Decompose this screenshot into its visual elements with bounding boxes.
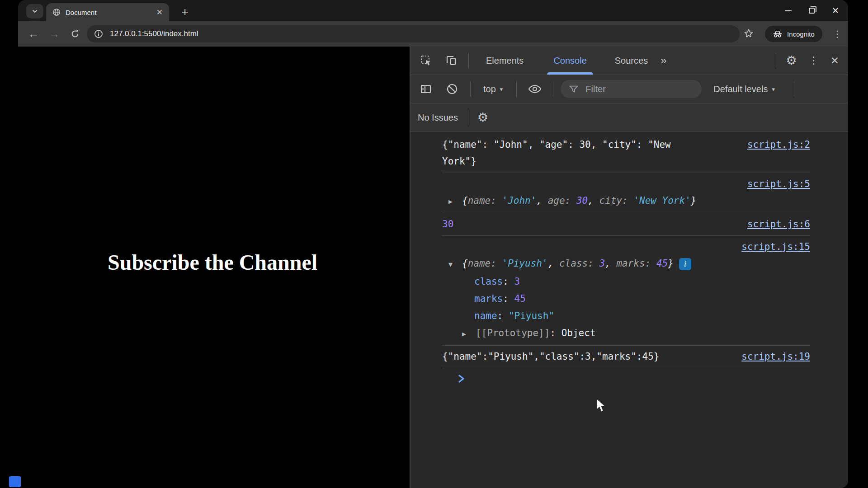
prototype-row: ▶[[Prototype]]: Object [442, 324, 810, 343]
tab-search-button[interactable] [26, 4, 43, 19]
log-text: {"name": "John", "age": 30, "city": "New… [442, 136, 698, 170]
browser-tab[interactable]: Document ✕ [46, 3, 169, 21]
expand-arrow-icon[interactable]: ▶ [448, 193, 462, 210]
url-text: 127.0.0.1:5500/index.html [110, 29, 198, 38]
content-area: Subscribe the Channel Ele [18, 47, 848, 488]
forward-button[interactable]: → [45, 21, 63, 47]
window-controls: ✕ [785, 0, 839, 21]
token: , [605, 258, 616, 269]
source-link[interactable]: script.js:15 [741, 241, 810, 252]
reload-button[interactable] [66, 21, 84, 47]
collapse-arrow-icon[interactable]: ▼ [448, 256, 462, 273]
console-message-5: script.js:19 {"name":"Piyush","class":3,… [442, 346, 810, 368]
more-tabs-button[interactable]: » [660, 54, 665, 67]
browser-window: Document ✕ + ✕ ← → 127.0.0.1:5500/index.… [18, 0, 848, 488]
web-page: Subscribe the Channel [18, 47, 410, 488]
log-levels-selector[interactable]: Default levels ▾ [713, 84, 775, 94]
minimize-button[interactable] [785, 10, 792, 11]
device-toolbar-icon [445, 54, 458, 67]
console-settings-button[interactable]: ⚙ [477, 112, 488, 124]
tab-strip: Document ✕ + ✕ [18, 0, 848, 21]
live-expression-button[interactable] [528, 84, 542, 94]
token: , [548, 258, 559, 269]
info-badge-icon[interactable]: i [679, 258, 691, 270]
address-bar[interactable]: 127.0.0.1:5500/index.html [87, 25, 740, 42]
context-selector-label: top [483, 84, 496, 94]
log-text: {"name":"Piyush","class":3,"marks":45} [442, 351, 659, 362]
tab-console[interactable]: Console [543, 47, 596, 75]
separator-text: : [503, 276, 514, 287]
token: 'New York' [633, 195, 690, 206]
console-message-2: script.js:5 ▶{name: 'John', age: 30, cit… [442, 173, 810, 213]
property-value: 3 [514, 276, 520, 287]
filter-input[interactable] [585, 84, 679, 95]
issues-status[interactable]: No Issues [418, 113, 458, 123]
console-sidebar-button[interactable] [420, 83, 432, 95]
chevron-down-icon [31, 8, 38, 15]
separator [470, 81, 471, 97]
object-property: class: 3 [442, 273, 810, 290]
console-prompt[interactable] [442, 368, 810, 385]
reload-icon [70, 29, 80, 39]
separator [468, 53, 469, 68]
token: 'John' [502, 195, 537, 206]
devtools-menu-button[interactable]: ⋮ [809, 55, 819, 66]
bookmark-star-icon[interactable] [743, 28, 754, 41]
device-toolbar-button[interactable] [445, 54, 458, 67]
tab-sources[interactable]: Sources [605, 47, 658, 75]
devtools-settings-button[interactable]: ⚙ [786, 55, 797, 67]
console-log: script.js:2 {"name": "John", "age": 30, … [410, 132, 848, 488]
object-property: marks: 45 [442, 290, 810, 307]
console-toolbar: top ▾ Default [410, 75, 848, 103]
window-close-button[interactable]: ✕ [832, 6, 839, 15]
source-link[interactable]: script.js:6 [747, 216, 810, 233]
separator [794, 81, 794, 97]
separator [776, 53, 776, 68]
filter-funnel-icon [569, 84, 579, 94]
tab-elements[interactable]: Elements [476, 47, 533, 75]
source-link[interactable]: script.js:5 [747, 178, 810, 189]
property-value: 45 [514, 293, 526, 304]
log-levels-label: Default levels [713, 84, 768, 94]
property-value: "Piyush" [509, 310, 554, 321]
new-tab-button[interactable]: + [177, 4, 193, 19]
site-info-icon[interactable] [94, 29, 103, 38]
source-link[interactable]: script.js:2 [747, 136, 810, 153]
property-value: Object [561, 328, 596, 338]
separator [468, 110, 468, 125]
eye-icon [528, 84, 542, 94]
console-message-3: script.js:6 30 [442, 213, 810, 236]
inspect-element-button[interactable] [420, 54, 432, 67]
token: city: [599, 195, 633, 206]
expand-arrow-icon[interactable]: ▶ [462, 325, 476, 343]
devtools-panel: Elements Console Sources » ⚙ ⋮ ✕ [410, 47, 848, 488]
restore-button[interactable] [809, 8, 815, 14]
separator-text: : [503, 293, 514, 304]
token: , [588, 195, 599, 206]
property-key: [[Prototype]] [476, 328, 550, 338]
console-filter[interactable] [561, 80, 702, 98]
devtools-close-button[interactable]: ✕ [830, 55, 839, 67]
token: { [462, 258, 468, 269]
separator [553, 81, 553, 97]
inspect-icon [420, 54, 432, 67]
context-selector[interactable]: top ▾ [483, 84, 503, 94]
console-message-4: script.js:15 ▼{name: 'Piyush', class: 3,… [442, 236, 810, 346]
page-heading: Subscribe the Channel [108, 250, 317, 275]
incognito-badge: Incognito [765, 26, 822, 42]
token: class: [559, 258, 599, 269]
incognito-icon [773, 30, 783, 38]
token: , [536, 195, 547, 206]
token: 30 [576, 195, 588, 206]
blue-accent-chip [9, 476, 21, 487]
source-link[interactable]: script.js:19 [741, 348, 810, 365]
browser-menu-button[interactable]: ⋮ [833, 28, 842, 39]
console-sidebar-icon [420, 83, 432, 95]
clear-console-button[interactable] [446, 83, 458, 95]
tab-close-icon[interactable]: ✕ [156, 9, 163, 16]
back-button[interactable]: ← [24, 21, 42, 47]
property-key: class [474, 276, 503, 287]
dropdown-arrow-icon: ▾ [772, 86, 775, 93]
prompt-chevron-icon [458, 374, 465, 383]
browser-toolbar: ← → 127.0.0.1:5500/index.html [18, 21, 848, 47]
